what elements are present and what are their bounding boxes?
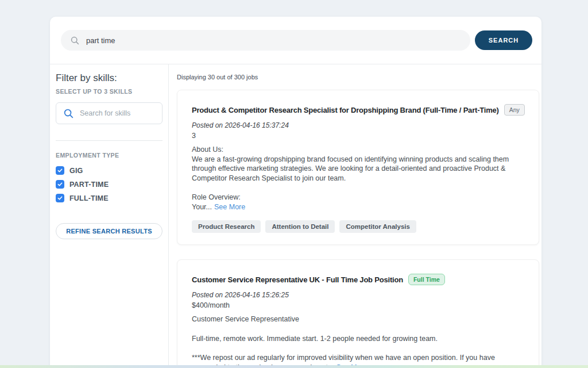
content-row: Filter by skills: SELECT UP TO 3 SKILLS … [50,64,541,368]
checkbox-row-gig[interactable]: GIG [56,166,163,175]
job-skills-row: Product Research Attention to Detail Com… [192,220,525,233]
results-summary: Displaying 30 out of 300 jobs [177,74,539,80]
skills-limit-label: SELECT UP TO 3 SKILLS [56,88,163,95]
search-button[interactable]: SEARCH [475,30,532,50]
skills-search-box[interactable] [56,102,163,124]
job-posted-date: Posted on 2026-04-16 15:37:24 [192,121,525,129]
checkbox-label: PART-TIME [69,181,109,189]
search-input[interactable] [86,36,461,45]
job-description: About Us: We are a fast-growing dropship… [192,145,525,212]
results-main: Displaying 30 out of 300 jobs Product & … [169,64,541,368]
job-title-row: Customer Service Representative UK - Ful… [192,274,525,285]
checkbox-checked[interactable] [56,180,64,189]
checkbox-checked[interactable] [56,166,64,175]
job-title[interactable]: Customer Service Representative UK - Ful… [192,275,403,284]
checkbox-checked[interactable] [56,194,64,202]
app-container: SEARCH Filter by skills: SELECT UP TO 3 … [50,17,541,368]
job-description: Customer Service Representative Full-tim… [192,315,525,368]
job-type-badge: Any [504,104,525,116]
job-title[interactable]: Product & Competitor Research Specialist… [192,106,499,114]
job-type-badge: Full Time [408,274,445,285]
checkmark-icon [57,195,63,201]
checkbox-label: FULL-TIME [69,194,109,202]
checkbox-label: GIG [69,167,83,175]
job-salary: $400/month [192,301,525,309]
skill-tag: Attention to Detail [265,220,335,233]
employment-type-label: EMPLOYMENT TYPE [56,152,163,159]
search-bar[interactable] [61,30,470,51]
skills-search-input[interactable] [80,109,155,117]
job-card: Product & Competitor Research Specialist… [177,90,539,245]
filters-sidebar: Filter by skills: SELECT UP TO 3 SKILLS … [50,64,169,368]
checkbox-row-part-time[interactable]: PART-TIME [56,180,163,189]
job-description-text: About Us: We are a fast-growing dropship… [192,145,509,211]
checkbox-row-full-time[interactable]: FULL-TIME [56,194,163,202]
skill-tag: Competitor Analysis [339,220,416,233]
job-description-text: Customer Service Representative Full-tim… [192,315,495,368]
sidebar-divider [56,140,163,141]
refine-search-button[interactable]: REFINE SEARCH RESULTS [56,223,163,239]
checkmark-icon [57,168,63,173]
checkmark-icon [57,182,63,187]
filter-title: Filter by skills: [56,72,163,84]
job-title-row: Product & Competitor Research Specialist… [192,104,525,116]
job-posted-date: Posted on 2026-04-16 15:26:25 [192,291,525,299]
search-icon [63,108,74,119]
bottom-gradient-bar [0,365,588,368]
search-header: SEARCH [50,17,541,64]
job-salary: 3 [192,132,525,140]
employment-type-list: GIG PART-TIME FULL [56,166,163,202]
search-icon [70,36,80,45]
see-more-link[interactable]: See More [214,203,245,211]
job-card: Customer Service Representative UK - Ful… [177,259,539,368]
skill-tag: Product Research [192,220,261,233]
